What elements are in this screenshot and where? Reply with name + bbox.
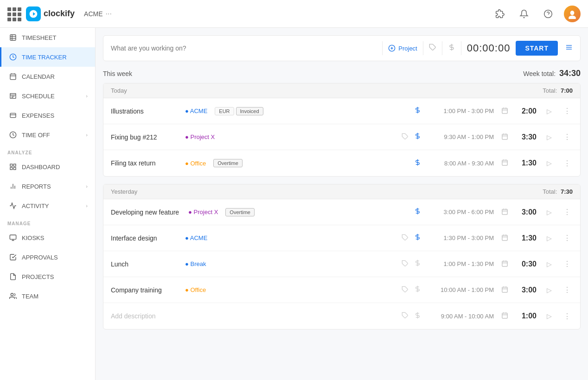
entry-play-button[interactable]: ▷ — [542, 231, 556, 245]
entry-row: Filing tax return ● Office Overtime 8:00… — [103, 150, 580, 176]
sidebar-item-dashboard[interactable]: DASHBOARD — [0, 157, 95, 177]
puzzle-icon-btn[interactable] — [492, 6, 508, 22]
entry-play-button[interactable]: ▷ — [542, 283, 556, 297]
team-icon — [9, 292, 17, 300]
timer-tag-icon[interactable] — [429, 44, 436, 53]
entry-billable-icon[interactable] — [414, 208, 421, 216]
activity-icon — [9, 202, 17, 210]
entry-calendar-icon[interactable] — [501, 260, 508, 268]
sidebar-label-schedule: SCHEDULE — [22, 93, 81, 100]
entry-billable-icon[interactable] — [414, 234, 421, 242]
entry-project[interactable]: ● Office — [185, 160, 206, 167]
entry-calendar-icon[interactable] — [501, 312, 508, 320]
reports-icon — [9, 182, 17, 190]
sidebar-item-activity[interactable]: ACTIVITY › — [0, 196, 95, 215]
sidebar-item-calendar[interactable]: CALENDAR — [0, 67, 95, 86]
entry-project[interactable]: ● Project X — [188, 209, 218, 215]
sidebar-item-team[interactable]: TEAM — [0, 286, 95, 306]
calendar-icon — [9, 72, 17, 81]
entry-tag-icon[interactable] — [402, 260, 409, 268]
entry-description: Illustrations — [111, 108, 176, 115]
sidebar-item-approvals[interactable]: APPROVALS — [0, 247, 95, 267]
timer-description-input[interactable] — [111, 44, 377, 52]
yesterday-total-label: Total: — [543, 188, 557, 195]
entry-description: Fixing bug #212 — [111, 133, 176, 141]
entry-duration: 1:30 — [516, 159, 537, 167]
bell-icon-btn[interactable] — [516, 6, 532, 22]
entry-tag-icon[interactable] — [402, 312, 409, 320]
entry-tags: Overtime — [213, 159, 243, 167]
svg-point-0 — [544, 10, 552, 18]
entry-project[interactable]: ● ACME — [185, 108, 207, 114]
entry-calendar-icon[interactable] — [501, 133, 508, 141]
entry-description: Filing tax return — [111, 159, 176, 167]
entry-play-button[interactable]: ▷ — [542, 205, 556, 219]
entry-duration: 1:00 — [516, 312, 537, 320]
sidebar-item-expenses[interactable]: EXPENSES — [0, 106, 95, 125]
sidebar-item-reports[interactable]: REPORTS › — [0, 177, 95, 196]
yesterday-label: Yesterday — [111, 188, 137, 195]
entry-tag-icon[interactable] — [402, 234, 409, 242]
entry-more-button[interactable]: ⋮ — [562, 310, 573, 322]
entry-project[interactable]: ● Project X — [185, 133, 215, 140]
sidebar-label-expenses: EXPENSES — [22, 112, 88, 119]
entry-more-button[interactable]: ⋮ — [562, 285, 573, 296]
entry-more-button[interactable]: ⋮ — [562, 259, 573, 270]
entry-play-button[interactable]: ▷ — [542, 309, 556, 323]
help-icon-btn[interactable] — [540, 6, 556, 22]
entry-play-button[interactable]: ▷ — [542, 257, 556, 271]
entry-more-button[interactable]: ⋮ — [562, 106, 573, 117]
sidebar-item-kiosks[interactable]: KIOSKS — [0, 228, 95, 247]
entry-play-button[interactable]: ▷ — [542, 104, 556, 118]
sidebar-item-time-off[interactable]: TIME OFF › — [0, 125, 95, 145]
list-mode-icon[interactable] — [565, 44, 573, 53]
entry-tags: Overtime — [225, 208, 255, 216]
entry-play-button[interactable]: ▷ — [542, 156, 556, 170]
start-button[interactable]: START — [516, 41, 558, 56]
timer-project-button[interactable]: Project — [388, 44, 417, 52]
svg-rect-67 — [502, 261, 507, 266]
entry-billable-icon[interactable] — [414, 107, 421, 115]
today-label: Today — [111, 87, 127, 94]
entry-description-placeholder: Add description — [111, 312, 176, 320]
entry-project[interactable]: ● ACME — [185, 234, 207, 241]
entry-duration: 3:00 — [516, 286, 537, 294]
entry-calendar-icon[interactable] — [501, 208, 508, 216]
entry-more-button[interactable]: ⋮ — [562, 132, 573, 143]
entry-billable-icon[interactable] — [414, 285, 421, 294]
week-label: This week — [103, 70, 132, 77]
entry-calendar-icon[interactable] — [501, 234, 508, 242]
entry-project[interactable]: ● Break — [185, 260, 206, 267]
sidebar-item-timesheet[interactable]: TIMESHEET — [0, 28, 95, 47]
entry-duration: 3:30 — [516, 133, 537, 141]
entry-billable-icon[interactable] — [414, 159, 421, 168]
svg-rect-3 — [10, 35, 16, 40]
entry-more-button[interactable]: ⋮ — [562, 207, 573, 218]
entry-tag-icon[interactable] — [402, 133, 409, 141]
entry-badge-eur: EUR — [215, 107, 234, 115]
entry-more-button[interactable]: ⋮ — [562, 233, 573, 244]
sidebar-label-team: TEAM — [22, 293, 88, 300]
entry-description: Developing new feature — [111, 209, 179, 216]
entry-billable-icon[interactable] — [414, 312, 421, 321]
sidebar-item-schedule[interactable]: SCHEDULE › — [0, 86, 95, 106]
entry-time-range: 1:30 PM - 3:00 PM — [427, 234, 494, 241]
entry-calendar-icon[interactable] — [501, 107, 508, 115]
entry-description: Lunch — [111, 260, 176, 268]
entry-tag-icon[interactable] — [402, 286, 409, 294]
entry-play-button[interactable]: ▷ — [542, 130, 556, 144]
timer-billable-icon[interactable] — [448, 44, 455, 53]
avatar[interactable] — [564, 6, 581, 22]
logo[interactable]: clockify — [26, 6, 75, 21]
entry-calendar-icon[interactable] — [501, 286, 508, 294]
workspace-more-btn[interactable]: ··· — [106, 10, 112, 18]
entry-calendar-icon[interactable] — [501, 159, 508, 167]
app-grid-icon[interactable] — [7, 7, 20, 20]
entry-billable-icon[interactable] — [414, 260, 421, 268]
entry-project[interactable]: ● Office — [185, 286, 206, 293]
entry-billable-icon[interactable] — [414, 133, 421, 141]
timer-divider-1 — [382, 41, 383, 55]
sidebar-item-projects[interactable]: PROJECTS — [0, 267, 95, 286]
entry-more-button[interactable]: ⋮ — [562, 158, 573, 169]
sidebar-item-time-tracker[interactable]: TIME TRACKER — [0, 47, 95, 67]
